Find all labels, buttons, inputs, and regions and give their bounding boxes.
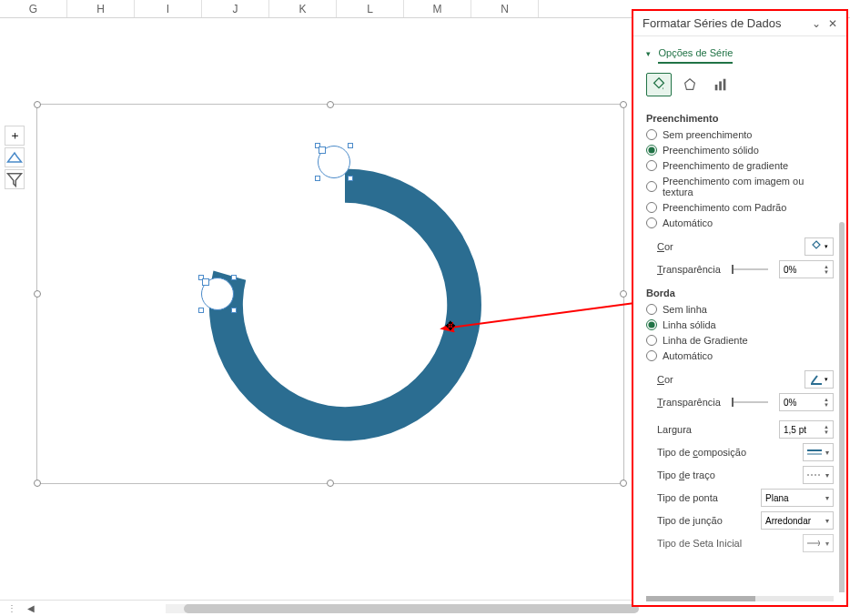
fill-color-label: Cor [657,241,673,252]
fill-transparency-spinner[interactable]: 0% ▲▼ [779,260,834,278]
border-none-radio[interactable]: Sem linha [646,304,834,315]
chart-elements-button[interactable]: ＋ [5,126,25,146]
fill-transparency-label: Transparência [657,264,721,275]
doughnut-chart[interactable] [190,150,500,459]
border-radio-group: Sem linha Linha sólida Linha de Gradient… [646,304,834,361]
format-data-series-pane: Formatar Séries de Dados ⌄ ✕ ▾ Opções de… [632,9,848,607]
border-width-label: Largura [657,424,692,435]
chart-filters-button[interactable] [5,169,25,189]
datapoint-handle[interactable] [201,278,234,310]
border-solid-radio[interactable]: Linha sólida [646,319,834,330]
join-type-combo[interactable]: Arredondar▾ [761,511,834,530]
col-header[interactable]: G [0,0,67,17]
chart-styles-button[interactable] [5,147,25,167]
resize-handle[interactable] [34,480,41,487]
pane-scrollbar[interactable] [839,222,845,592]
fill-radio-group: Sem preenchimento Preenchimento sólido P… [646,129,834,228]
dash-type-combo[interactable]: ▾ [803,466,834,484]
worksheet-canvas[interactable]: ＋ [0,18,632,598]
dash-type-label: Tipo de traço [657,470,715,480]
pane-body: Preenchimento Sem preenchimento Preenchi… [633,104,846,592]
format-category-tabs [633,64,846,104]
border-color-picker[interactable]: ▾ [804,370,834,389]
doughnut-arc-segment[interactable] [209,168,481,440]
sheet-nav-dots[interactable]: ⋮ [0,603,24,613]
col-header[interactable]: I [135,0,202,17]
arrow-begin-combo[interactable]: ▾ [803,534,834,552]
pane-horizontal-scrollbar[interactable] [633,592,846,605]
horizontal-scrollbar[interactable]: ⋮ ◀ ▶ [0,600,632,616]
border-color-label: Cor [657,374,673,385]
join-type-label: Tipo de junção [657,515,723,526]
series-options-tab[interactable] [708,73,734,96]
fill-picture-radio[interactable]: Preenchimento com imagem ou textura [646,176,834,197]
resize-handle[interactable] [327,480,334,487]
effects-tab[interactable] [677,73,703,96]
border-transparency-label: Transparência [657,397,721,408]
resize-handle[interactable] [34,101,41,108]
resize-handle[interactable] [620,101,627,108]
resize-handle[interactable] [620,290,627,298]
svg-rect-5 [811,383,822,385]
col-header[interactable]: L [337,0,404,17]
svg-marker-1 [685,79,695,90]
border-auto-radio[interactable]: Automático [646,350,834,361]
fill-none-radio[interactable]: Sem preenchimento [646,129,834,140]
svg-rect-2 [715,85,718,90]
arrow-begin-label: Tipo de Seta Inicial [657,538,742,549]
fill-auto-radio[interactable]: Automático [646,217,834,228]
fill-line-tab[interactable] [646,73,672,96]
fill-section-heading[interactable]: Preenchimento [646,113,834,124]
cap-type-combo[interactable]: Plana▾ [761,489,834,507]
border-section-heading[interactable]: Borda [646,288,834,298]
fill-pattern-radio[interactable]: Preenchimento com Padrão [646,202,834,213]
border-gradient-radio[interactable]: Linha de Gradiente [646,335,834,346]
compound-type-combo[interactable]: ▾ [803,443,834,461]
col-header[interactable]: H [67,0,135,17]
scroll-thumb[interactable] [184,604,639,613]
pane-close-icon[interactable]: ✕ [828,17,837,30]
col-header[interactable]: J [202,0,269,17]
datapoint-handle[interactable] [318,146,350,178]
series-options-dropdown[interactable]: Opções de Série [658,47,733,64]
border-transparency-spinner[interactable]: 0% ▲▼ [779,393,834,411]
chart-floating-tools: ＋ [5,126,25,189]
col-header[interactable]: N [471,0,539,17]
resize-handle[interactable] [327,101,334,108]
chevron-down-icon[interactable]: ▾ [646,49,651,58]
pane-collapse-icon[interactable]: ⌄ [812,17,821,30]
col-header[interactable]: K [269,0,337,17]
scroll-left-arrow[interactable]: ◀ [24,603,38,613]
border-width-spinner[interactable]: 1,5 pt ▲▼ [779,420,834,439]
border-transparency-slider[interactable] [732,401,768,403]
chart-object[interactable] [36,104,624,484]
fill-gradient-radio[interactable]: Preenchimento de gradiente [646,160,834,171]
compound-type-label: Tipo de composição [657,447,746,458]
svg-rect-3 [719,81,722,90]
fill-color-picker[interactable]: ▾ [804,237,834,256]
fill-solid-radio[interactable]: Preenchimento sólido [646,145,834,156]
cap-type-label: Tipo de ponta [657,492,718,503]
fill-transparency-slider[interactable] [732,268,768,270]
col-header[interactable]: M [404,0,471,17]
pane-title: Formatar Séries de Dados [643,16,781,30]
resize-handle[interactable] [620,480,627,487]
resize-handle[interactable] [34,290,41,298]
svg-rect-4 [724,79,726,91]
